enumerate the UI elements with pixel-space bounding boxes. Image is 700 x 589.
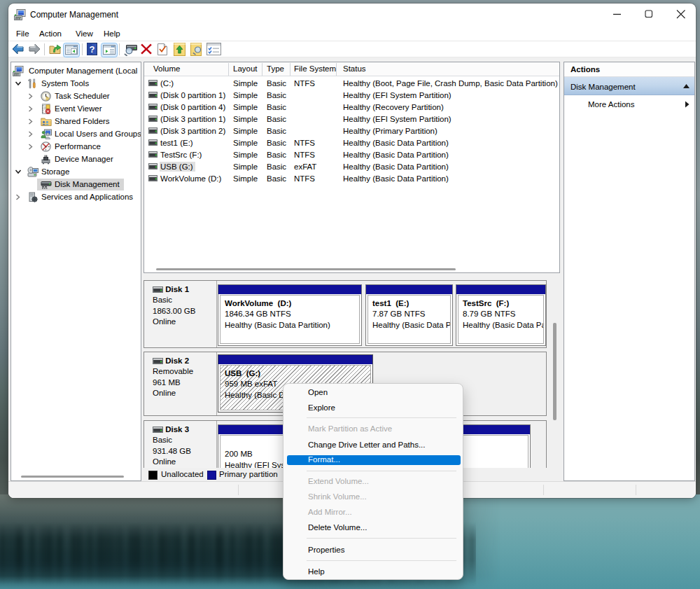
svg-text:?: ? <box>90 43 95 54</box>
